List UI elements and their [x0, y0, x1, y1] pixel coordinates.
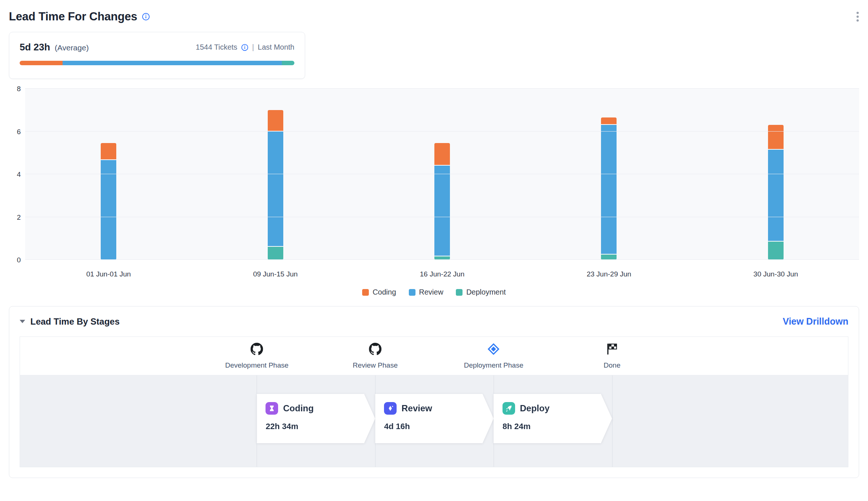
- milestone-label: Development Phase: [225, 361, 288, 369]
- bar-stack[interactable]: [434, 89, 450, 260]
- legend-label: Coding: [373, 288, 396, 296]
- plot-area: [25, 89, 859, 260]
- milestone-label: Deployment Phase: [464, 361, 524, 369]
- view-drilldown-link[interactable]: View Drilldown: [783, 316, 848, 327]
- stage-card-head: Deploy: [503, 402, 612, 415]
- collapse-icon[interactable]: [20, 320, 25, 323]
- summary-row: 5d 23h (Average) 1544 Tickets | Last Mon…: [20, 42, 294, 53]
- stage-card-deploy[interactable]: Deploy8h 24m: [494, 394, 612, 443]
- tickets-count: 1544 Tickets: [196, 43, 237, 52]
- gridline: [25, 217, 859, 217]
- average-lead-time: 5d 23h: [20, 42, 50, 53]
- bar-stack[interactable]: [101, 89, 116, 260]
- stage-card-review[interactable]: Review4d 16h: [375, 394, 494, 443]
- widget-header: Lead Time For Changes: [9, 8, 859, 25]
- bars: [25, 89, 859, 260]
- bar-group: [25, 89, 192, 260]
- y-tick-label: 4: [17, 171, 21, 178]
- stage-card-title: Review: [401, 403, 432, 414]
- x-axis-labels: 01 Jun-01 Jun09 Jun-15 Jun16 Jun-22 Jun2…: [25, 270, 859, 278]
- stages-header: Lead Time By Stages View Drilldown: [20, 316, 848, 327]
- plot-row: 02468: [9, 89, 859, 260]
- chart-legend: CodingReviewDeployment: [9, 288, 859, 296]
- legend-item-review[interactable]: Review: [409, 288, 444, 296]
- bar-stack[interactable]: [601, 89, 617, 260]
- stage-card-title: Coding: [283, 403, 314, 414]
- milestones-row: Development PhaseReview PhaseDeployment …: [20, 337, 848, 375]
- summary-progress-bar: [20, 61, 294, 65]
- legend-swatch: [456, 289, 463, 296]
- bar-group: [692, 89, 859, 260]
- title-wrap: Lead Time For Changes: [9, 10, 150, 23]
- stages-panel: Lead Time By Stages View Drilldown Devel…: [9, 306, 859, 478]
- diamond-icon: [487, 343, 500, 357]
- x-axis-label: 30 Jun-30 Jun: [692, 270, 859, 278]
- summary-bar-segment-coding: [20, 61, 63, 65]
- lead-time-widget: Lead Time For Changes 5d 23h (Average) 1…: [0, 0, 868, 478]
- stage-card-head: Review: [384, 402, 494, 415]
- bar-segment-review[interactable]: [101, 160, 116, 260]
- summary-meta: 1544 Tickets | Last Month: [196, 43, 294, 52]
- gridline: [25, 259, 859, 260]
- column-separator: [612, 375, 612, 467]
- bar-segment-coding[interactable]: [601, 117, 617, 124]
- stage-card-body: Coding22h 34m: [257, 394, 375, 443]
- legend-item-deployment[interactable]: Deployment: [456, 288, 506, 296]
- x-axis-label: 23 Jun-29 Jun: [525, 270, 692, 278]
- bar-group: [359, 89, 525, 260]
- stage-card-duration: 22h 34m: [266, 422, 375, 431]
- info-icon[interactable]: [142, 13, 150, 21]
- github-icon: [250, 343, 263, 357]
- bar-segment-coding[interactable]: [101, 143, 116, 159]
- milestone-label: Review Phase: [353, 361, 398, 369]
- bar-group: [525, 89, 692, 260]
- flag-icon: [606, 343, 618, 357]
- x-axis-label: 16 Jun-22 Jun: [359, 270, 525, 278]
- bar-segment-deployment[interactable]: [268, 247, 283, 260]
- bar-segment-review[interactable]: [601, 125, 617, 253]
- x-axis-label: 09 Jun-15 Jun: [192, 270, 358, 278]
- y-tick-label: 6: [17, 128, 21, 135]
- kebab-menu-icon[interactable]: [856, 11, 859, 22]
- bar-segment-review[interactable]: [768, 150, 784, 241]
- y-tick-label: 0: [17, 256, 21, 263]
- stage-card-title: Deploy: [520, 403, 550, 414]
- x-axis-label: 01 Jun-01 Jun: [25, 270, 192, 278]
- legend-item-coding[interactable]: Coding: [362, 288, 396, 296]
- bar-segment-coding[interactable]: [268, 110, 283, 131]
- summary-bar-segment-review: [63, 61, 281, 65]
- stage-card-duration: 8h 24m: [503, 422, 612, 431]
- bar-segment-review[interactable]: [268, 132, 283, 246]
- y-axis: 02468: [9, 89, 25, 260]
- bar-group: [192, 89, 358, 260]
- summary-card: 5d 23h (Average) 1544 Tickets | Last Mon…: [9, 32, 305, 79]
- bar-segment-coding[interactable]: [434, 143, 450, 165]
- period-label: Last Month: [258, 43, 294, 52]
- review-icon: [384, 402, 397, 415]
- summary-bar-segment-deployment: [282, 61, 294, 65]
- stage-card-duration: 4d 16h: [384, 422, 494, 431]
- bar-segment-coding[interactable]: [768, 125, 784, 149]
- bar-stack[interactable]: [268, 89, 283, 260]
- bar-segment-deployment[interactable]: [601, 255, 617, 260]
- y-tick-label: 8: [17, 85, 21, 92]
- gridline: [25, 131, 859, 132]
- stages-title-wrap: Lead Time By Stages: [20, 316, 120, 327]
- gridline: [25, 88, 859, 89]
- stages-title: Lead Time By Stages: [30, 316, 120, 327]
- lead-time-chart: 02468 01 Jun-01 Jun09 Jun-15 Jun16 Jun-2…: [9, 89, 859, 296]
- stage-card-body: Deploy8h 24m: [494, 394, 612, 443]
- bar-stack[interactable]: [768, 89, 784, 260]
- bar-segment-review[interactable]: [434, 166, 450, 256]
- milestone-label: Done: [604, 361, 620, 369]
- rocket-icon: [503, 402, 515, 415]
- stage-card-head: Coding: [266, 402, 375, 415]
- hourglass-icon: [266, 402, 278, 415]
- milestone-deployment-phase: Deployment Phase: [464, 343, 524, 369]
- milestone-done: Done: [604, 343, 620, 369]
- bar-segment-deployment[interactable]: [768, 242, 784, 260]
- milestone-review-phase: Review Phase: [353, 343, 398, 369]
- stage-card-coding[interactable]: Coding22h 34m: [257, 394, 375, 443]
- gridline: [25, 174, 859, 174]
- tickets-info-icon[interactable]: [241, 44, 248, 51]
